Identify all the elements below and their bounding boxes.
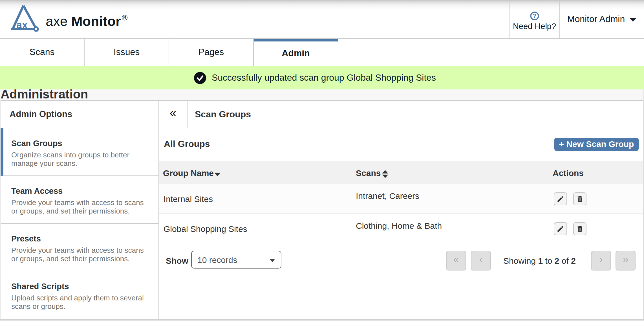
pagination-last-button[interactable]: » (616, 251, 636, 271)
need-help-button[interactable]: ? Need Help? (509, 0, 560, 39)
delete-button[interactable] (573, 192, 586, 205)
page-title: Administration (1, 88, 88, 100)
page-size-value: 10 records (197, 255, 237, 265)
success-banner: Successfully updated scan group Global S… (0, 66, 644, 89)
check-circle-icon (194, 72, 206, 84)
sidebar-item-description: Organize scans into groups to better man… (11, 151, 150, 168)
select-caret-icon (270, 259, 275, 262)
pencil-icon (557, 195, 564, 203)
sidebar-item-title: Shared Scripts (11, 282, 147, 291)
sort-desc-icon[interactable] (382, 175, 388, 178)
scans-cell: Intranet, Careers (356, 191, 419, 201)
banner-message: Successfully updated scan group Global S… (212, 72, 436, 83)
scans-cell: Clothing, Home & Bath (356, 221, 442, 231)
sidebar-item-description: Provide your teams with access to scans … (11, 198, 150, 215)
table-row: Global Shopping Sites Clothing, Home & B… (159, 214, 643, 244)
app-header: ax axe Monitor® ? Need Help? Monitor Adm… (0, 0, 644, 39)
logo-ax-text: ax (16, 19, 28, 31)
tab-scans[interactable]: Scans (0, 39, 85, 66)
tab-issues[interactable]: Issues (85, 39, 169, 66)
trash-icon (576, 225, 584, 233)
edit-button[interactable] (554, 222, 567, 235)
admin-panel: Admin Options « Scan Groups Scan Groups … (1, 100, 643, 319)
tab-admin[interactable]: Admin (254, 39, 338, 66)
pagination-next-button[interactable]: › (591, 251, 611, 271)
sidebar-collapse-button[interactable]: « (158, 100, 188, 128)
sidebar-item-title: Scan Groups (11, 139, 147, 148)
registered-mark: ® (122, 13, 128, 22)
sidebar-item-description: Upload scripts and apply them to several… (11, 294, 150, 311)
edit-button[interactable] (554, 192, 567, 205)
sort-asc-icon[interactable] (382, 170, 388, 173)
axe-logo-icon: ax (11, 4, 39, 32)
admin-options-sidebar: Scan Groups Organize scans into groups t… (1, 128, 159, 319)
chevron-down-icon (629, 18, 637, 22)
sidebar-item-shared-scripts[interactable]: Shared Scripts Upload scripts and apply … (1, 271, 158, 319)
tab-pages[interactable]: Pages (169, 39, 254, 66)
column-header-scans[interactable]: Scans (356, 168, 381, 178)
column-header-group-name[interactable]: Group Name (163, 168, 214, 178)
section-title: All Groups (164, 139, 210, 149)
sidebar-item-title: Presets (11, 235, 147, 243)
panel-title: Scan Groups (195, 109, 251, 120)
scan-groups-content: All Groups + New Scan Group Group Name S… (159, 128, 643, 319)
column-header-actions: Actions (553, 168, 584, 178)
table-header: Group Name Scans Actions (159, 161, 643, 184)
app-title: axe Monitor® (46, 15, 127, 28)
pagination-prev-button[interactable]: ‹ (471, 251, 491, 271)
pencil-icon (557, 225, 564, 233)
sidebar-item-title: Team Access (11, 187, 147, 195)
sidebar-item-description: Provide your teams with access to scans … (11, 246, 150, 263)
need-help-label: Need Help? (510, 22, 559, 31)
group-name-cell: Internal Sites (164, 194, 213, 204)
new-scan-group-button[interactable]: + New Scan Group (554, 138, 639, 151)
sidebar-item-scan-groups[interactable]: Scan Groups Organize scans into groups t… (1, 128, 158, 176)
table-row: Internal Sites Intranet, Careers (159, 184, 643, 214)
sort-desc-icon[interactable] (214, 173, 220, 176)
group-name-cell: Global Shopping Sites (164, 224, 247, 234)
show-label: Show (166, 256, 188, 266)
pagination-summary: Showing 1 to 2 of 2 (503, 256, 576, 266)
sidebar-item-team-access[interactable]: Team Access Provide your teams with acce… (1, 176, 158, 224)
account-menu[interactable]: Monitor Admin (560, 0, 644, 39)
account-label: Monitor Admin (567, 14, 625, 24)
panel-header-row: Admin Options « Scan Groups (1, 100, 643, 128)
sidebar-item-presets[interactable]: Presets Provide your teams with access t… (1, 224, 158, 271)
window-bottom-edge (0, 319, 644, 321)
question-circle-icon: ? (530, 12, 539, 20)
delete-button[interactable] (573, 222, 586, 235)
main-nav: Scans Issues Pages Admin (0, 39, 644, 66)
collapse-icon: « (170, 106, 176, 120)
pagination-first-button[interactable]: « (446, 251, 466, 271)
sidebar-header: Admin Options (10, 109, 72, 119)
trash-icon (576, 195, 584, 203)
page-size-select[interactable]: 10 records (191, 251, 281, 269)
